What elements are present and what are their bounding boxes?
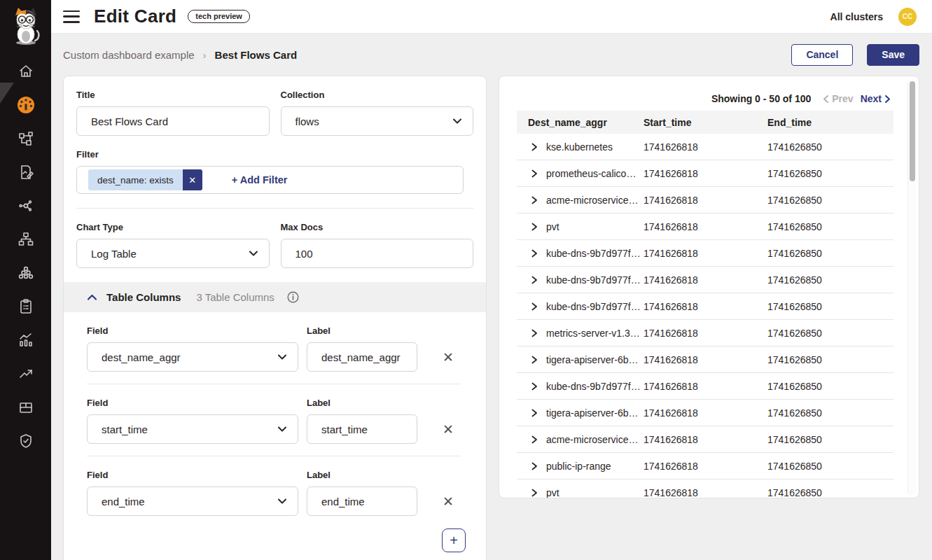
calico-logo[interactable]	[0, 0, 51, 53]
sidebar-item-dashboard[interactable]	[0, 88, 51, 122]
avatar[interactable]: CC	[898, 8, 917, 26]
table-row[interactable]: tigera-apiserver-6b… 1741626818 17416268…	[517, 400, 893, 426]
label-input[interactable]	[307, 342, 417, 372]
cell-start-time: 1741626818	[644, 407, 767, 419]
max-docs-label: Max Docs	[281, 222, 474, 232]
divider	[76, 208, 473, 209]
title-input[interactable]	[76, 106, 270, 136]
add-filter-button[interactable]: + Add Filter	[232, 174, 288, 186]
hamburger-menu-icon[interactable]	[63, 10, 80, 23]
filter-chip-text: dest_name: exists	[88, 169, 183, 190]
sidebar-item-packages[interactable]	[0, 391, 51, 424]
cluster-selector[interactable]: All clusters	[830, 11, 883, 22]
remove-column-icon[interactable]: ✕	[443, 351, 454, 364]
tech-preview-badge: tech preview	[188, 10, 250, 23]
field-select[interactable]: dest_name_aggr	[87, 342, 298, 372]
table-column-row: Field dest_name_aggr Label ✕	[76, 326, 473, 372]
field-select-value: dest_name_aggr	[102, 351, 181, 363]
chart-type-select[interactable]: Log Table	[76, 239, 270, 268]
sidebar-item-security[interactable]	[0, 424, 51, 458]
expand-row-chevron-icon[interactable]	[531, 382, 538, 391]
sidebar-item-service-graph[interactable]	[0, 189, 51, 223]
table-columns-section-header[interactable]: Table Columns 3 Table Columns	[64, 282, 486, 312]
prev-page-button[interactable]: Prev	[823, 93, 853, 104]
expand-row-chevron-icon[interactable]	[531, 329, 538, 337]
label-input[interactable]	[307, 486, 417, 516]
cancel-button[interactable]: Cancel	[791, 44, 853, 66]
table-row[interactable]: kse.kubernetes 1741626818 1741626850	[517, 134, 893, 160]
expand-row-chevron-icon[interactable]	[531, 169, 538, 178]
cell-start-time: 1741626818	[644, 301, 767, 312]
expand-row-chevron-icon[interactable]	[531, 196, 538, 204]
label-input[interactable]	[307, 414, 417, 444]
cell-dest-name: pvt	[546, 487, 559, 498]
cell-start-time: 1741626818	[644, 195, 767, 206]
expand-row-chevron-icon[interactable]	[531, 489, 538, 497]
table-row[interactable]: acme-microservice… 1741626818 1741626850	[517, 426, 893, 453]
field-select[interactable]: start_time	[87, 414, 298, 444]
cell-start-time: 1741626818	[644, 434, 767, 445]
info-icon[interactable]	[287, 291, 299, 303]
max-docs-input[interactable]	[281, 239, 474, 268]
expand-row-chevron-icon[interactable]	[531, 143, 538, 151]
cell-end-time: 1741626850	[767, 407, 893, 419]
breadcrumb-parent[interactable]: Custom dashboard example	[63, 49, 195, 61]
cell-dest-name: acme-microservice…	[546, 195, 638, 206]
cell-start-time: 1741626818	[644, 354, 767, 365]
save-button[interactable]: Save	[867, 44, 919, 66]
chevron-down-icon	[278, 354, 286, 360]
table-row[interactable]: metrics-server-v1.3… 1741626818 17416268…	[517, 320, 893, 346]
table-row[interactable]: pvt 1741626818 1741626850	[517, 214, 893, 240]
cell-end-time: 1741626850	[767, 434, 893, 445]
table-row[interactable]: kube-dns-9b7d977f… 1741626818 1741626850	[517, 267, 893, 293]
field-label: Field	[87, 470, 298, 480]
table-row[interactable]: kube-dns-9b7d977f… 1741626818 1741626850	[517, 293, 893, 320]
expand-row-chevron-icon[interactable]	[531, 223, 538, 231]
expand-row-chevron-icon[interactable]	[531, 356, 538, 364]
expand-row-chevron-icon[interactable]	[531, 276, 538, 284]
table-row[interactable]: public-ip-range 1741626818 1741626850	[517, 453, 893, 479]
cell-start-time: 1741626818	[644, 461, 767, 472]
remove-column-icon[interactable]: ✕	[443, 495, 454, 508]
cell-start-time: 1741626818	[644, 221, 767, 232]
table-row[interactable]: prometheus-calico… 1741626818 1741626850	[517, 160, 893, 187]
expand-row-chevron-icon[interactable]	[531, 435, 538, 444]
field-label: Field	[87, 326, 298, 336]
label-label: Label	[307, 326, 417, 336]
table-row[interactable]: kube-dns-9b7d977f… 1741626818 1741626850	[517, 240, 893, 267]
collection-select[interactable]: flows	[281, 106, 474, 136]
cell-start-time: 1741626818	[644, 328, 767, 339]
field-select[interactable]: end_time	[87, 486, 298, 516]
sidebar-item-reports[interactable]	[0, 155, 51, 189]
expand-row-chevron-icon[interactable]	[531, 302, 538, 311]
chevron-down-icon	[278, 426, 286, 432]
remove-column-icon[interactable]: ✕	[443, 423, 454, 436]
title-label: Title	[76, 90, 270, 100]
next-page-button[interactable]: Next	[861, 93, 890, 104]
cell-end-time: 1741626850	[767, 221, 893, 232]
sidebar-item-trends[interactable]	[0, 357, 51, 391]
filter-chip-remove-icon[interactable]: ✕	[183, 169, 202, 190]
sidebar-item-statistics[interactable]	[0, 323, 51, 357]
scrollbar-track[interactable]	[907, 79, 917, 495]
add-column-button[interactable]: +	[442, 528, 466, 552]
cell-dest-name: tigera-apiserver-6b…	[546, 354, 639, 365]
table-row[interactable]: tigera-apiserver-6b… 1741626818 17416268…	[517, 346, 893, 373]
breadcrumb-current: Best Flows Card	[215, 49, 298, 61]
chevron-down-icon	[278, 498, 286, 504]
sidebar-item-network-topology[interactable]	[0, 122, 51, 155]
table-row[interactable]: pvt 1741626818 1741626850	[517, 479, 893, 498]
sidebar-item-home[interactable]	[0, 55, 51, 88]
sidebar-nav	[0, 55, 51, 458]
service-graph-icon	[18, 197, 34, 214]
expand-row-chevron-icon[interactable]	[531, 462, 538, 470]
expand-row-chevron-icon[interactable]	[531, 249, 538, 258]
sidebar-item-tree[interactable]	[0, 223, 51, 256]
scrollbar-thumb[interactable]	[910, 81, 915, 181]
table-row[interactable]: kube-dns-9b7d977f… 1741626818 1741626850	[517, 373, 893, 400]
table-row[interactable]: acme-microservice… 1741626818 1741626850	[517, 187, 893, 214]
sidebar-item-clusters[interactable]	[0, 256, 51, 290]
cell-end-time: 1741626850	[767, 328, 893, 339]
sidebar-item-compliance[interactable]	[0, 290, 51, 323]
expand-row-chevron-icon[interactable]	[531, 409, 538, 417]
